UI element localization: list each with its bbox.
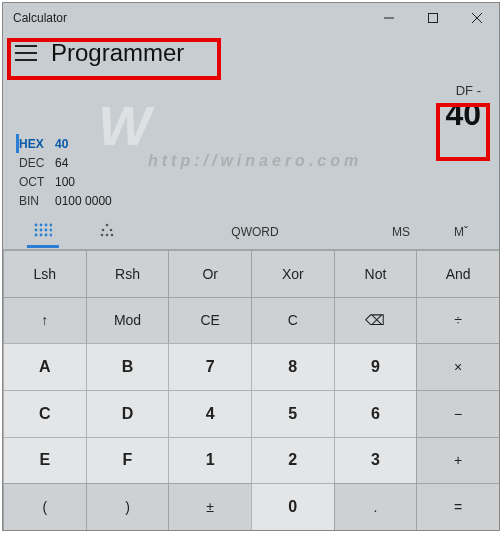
- key-0[interactable]: 0: [251, 483, 335, 531]
- hamburger-icon[interactable]: [15, 45, 37, 61]
- expression-text: DF -: [3, 83, 481, 98]
- keypad: Lsh Rsh Or Xor Not And ↑ Mod CE C ⌫ ÷ A …: [3, 250, 499, 530]
- key-rparen[interactable]: ): [86, 483, 170, 531]
- key-xor[interactable]: Xor: [251, 250, 335, 298]
- key-4[interactable]: 4: [168, 390, 252, 438]
- key-c-hex[interactable]: C: [3, 390, 87, 438]
- key-8[interactable]: 8: [251, 343, 335, 391]
- key-3[interactable]: 3: [334, 437, 418, 485]
- key-multiply[interactable]: ×: [416, 343, 500, 391]
- dots-icon: [100, 223, 114, 237]
- svg-point-5: [40, 223, 43, 226]
- key-up[interactable]: ↑: [3, 297, 87, 345]
- key-a[interactable]: A: [3, 343, 87, 391]
- key-1[interactable]: 1: [168, 437, 252, 485]
- key-equals[interactable]: =: [416, 483, 500, 531]
- display: DF - 40: [3, 73, 499, 130]
- base-label: DEC: [19, 156, 55, 170]
- key-not[interactable]: Not: [334, 250, 418, 298]
- key-mod[interactable]: Mod: [86, 297, 170, 345]
- key-9[interactable]: 9: [334, 343, 418, 391]
- calculator-window: Whttp://winaero.com W W Calculator Progr…: [2, 2, 500, 531]
- key-lparen[interactable]: (: [3, 483, 87, 531]
- close-button[interactable]: [455, 3, 499, 33]
- svg-point-17: [102, 228, 105, 231]
- key-divide[interactable]: ÷: [416, 297, 500, 345]
- svg-point-7: [50, 223, 52, 226]
- base-value: 0100 0000: [55, 194, 112, 208]
- titlebar: Calculator: [3, 3, 499, 33]
- bit-keypad-icon[interactable]: [11, 217, 75, 247]
- base-label: BIN: [19, 194, 55, 208]
- full-keypad-icon[interactable]: [75, 217, 139, 247]
- svg-point-8: [35, 228, 38, 231]
- svg-point-10: [45, 228, 48, 231]
- svg-point-9: [40, 228, 43, 231]
- svg-point-15: [50, 233, 52, 236]
- key-d[interactable]: D: [86, 390, 170, 438]
- base-value: 40: [55, 137, 68, 151]
- svg-point-12: [35, 233, 38, 236]
- svg-point-21: [111, 233, 114, 236]
- key-7[interactable]: 7: [168, 343, 252, 391]
- key-and[interactable]: And: [416, 250, 500, 298]
- base-hex[interactable]: HEX 40: [16, 134, 499, 153]
- base-list: HEX 40 DEC 64 OCT 100 BIN 0100 0000: [3, 130, 499, 214]
- base-label: OCT: [19, 175, 55, 189]
- key-b[interactable]: B: [86, 343, 170, 391]
- base-value: 64: [55, 156, 68, 170]
- svg-point-14: [45, 233, 48, 236]
- svg-point-13: [40, 233, 43, 236]
- result-text: 40: [3, 98, 481, 130]
- svg-point-20: [106, 233, 109, 236]
- toolbar: QWORD MS Mˇ: [3, 214, 499, 250]
- window-title: Calculator: [3, 11, 367, 25]
- key-add[interactable]: +: [416, 437, 500, 485]
- key-or[interactable]: Or: [168, 250, 252, 298]
- key-f[interactable]: F: [86, 437, 170, 485]
- key-5[interactable]: 5: [251, 390, 335, 438]
- svg-point-6: [45, 223, 48, 226]
- svg-rect-1: [429, 14, 438, 23]
- key-backspace[interactable]: ⌫: [334, 297, 418, 345]
- svg-point-18: [110, 228, 113, 231]
- key-lsh[interactable]: Lsh: [3, 250, 87, 298]
- key-dot[interactable]: .: [334, 483, 418, 531]
- grid-icon: [34, 223, 52, 237]
- key-ce[interactable]: CE: [168, 297, 252, 345]
- key-c[interactable]: C: [251, 297, 335, 345]
- key-2[interactable]: 2: [251, 437, 335, 485]
- memory-store-button[interactable]: MS: [371, 225, 431, 239]
- minimize-button[interactable]: [367, 3, 411, 33]
- mode-label: Programmer: [51, 39, 184, 67]
- base-bin[interactable]: BIN 0100 0000: [19, 191, 499, 210]
- header: Programmer: [3, 33, 499, 73]
- base-label: HEX: [19, 137, 55, 151]
- svg-point-4: [35, 223, 38, 226]
- maximize-button[interactable]: [411, 3, 455, 33]
- svg-point-11: [50, 228, 52, 231]
- base-oct[interactable]: OCT 100: [19, 172, 499, 191]
- minimize-icon: [384, 13, 394, 23]
- base-value: 100: [55, 175, 75, 189]
- key-e[interactable]: E: [3, 437, 87, 485]
- maximize-icon: [428, 13, 438, 23]
- word-size-button[interactable]: QWORD: [139, 225, 371, 239]
- base-dec[interactable]: DEC 64: [19, 153, 499, 172]
- key-rsh[interactable]: Rsh: [86, 250, 170, 298]
- memory-recall-button[interactable]: Mˇ: [431, 225, 491, 239]
- svg-point-19: [101, 233, 104, 236]
- close-icon: [472, 13, 482, 23]
- svg-point-16: [106, 223, 109, 226]
- key-subtract[interactable]: −: [416, 390, 500, 438]
- key-6[interactable]: 6: [334, 390, 418, 438]
- key-plusminus[interactable]: ±: [168, 483, 252, 531]
